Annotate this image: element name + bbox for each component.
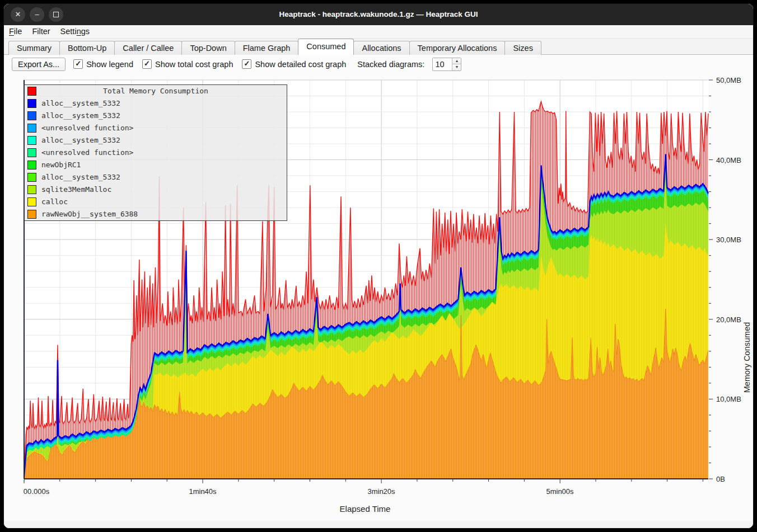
y-tick-label: 30,0MB <box>716 236 741 244</box>
legend-label: alloc__system_5332 <box>41 134 120 147</box>
tab-allocations[interactable]: Allocations <box>353 41 409 55</box>
menu-bar: FileFilterSettings <box>4 25 753 39</box>
legend-label: alloc__system_5332 <box>41 171 120 183</box>
title-bar[interactable]: ✕ – Heaptrack - heaptrack.wakunode.1.gz … <box>4 4 753 25</box>
stacked-diagrams-spinner[interactable]: 10 ▲ ▼ <box>432 58 461 71</box>
x-tick-label: 1min40s <box>189 487 216 496</box>
x-axis-title: Elapsed Time <box>340 504 391 514</box>
chart-legend: Total Memory Consumptionalloc__system_53… <box>24 84 287 221</box>
checkbox-box[interactable]: ✓ <box>73 59 83 69</box>
legend-swatch <box>27 185 36 194</box>
legend-swatch <box>27 111 36 120</box>
y-tick-label: 50,0MB <box>716 76 741 84</box>
legend-swatch <box>27 148 36 157</box>
legend-label: <unresolved function> <box>41 122 133 134</box>
legend-swatch <box>27 124 36 133</box>
legend-label: alloc__system_5332 <box>41 110 120 122</box>
window-bottom-strip <box>4 520 753 528</box>
y-axis-title: Memory Consumed <box>742 322 751 393</box>
tab-flame-graph[interactable]: Flame Graph <box>235 41 299 55</box>
legend-label: Total Memory Consumption <box>25 85 287 97</box>
menu-item-file[interactable]: File <box>4 25 27 39</box>
legend-swatch <box>27 173 36 182</box>
legend-item: rawNewObj__system_6388 <box>25 208 287 220</box>
legend-item: alloc__system_5332 <box>25 110 287 122</box>
legend-label: rawNewObj__system_6388 <box>41 208 138 220</box>
export-as-button[interactable]: Export As... <box>12 58 66 71</box>
checkbox-group: ✓Show legend✓Show total cost graph✓Show … <box>73 59 346 69</box>
memory-consumption-chart[interactable]: 0B10,0MB20,0MB30,0MB40,0MB50,0MB00.000s1… <box>4 73 754 521</box>
legend-item: newObjRC1 <box>25 159 287 171</box>
legend-label: calloc <box>41 196 68 208</box>
legend-swatch <box>27 210 36 219</box>
legend-item: alloc__system_5332 <box>25 97 287 110</box>
x-tick-label: 3min20s <box>367 487 395 496</box>
checkbox-label: Show total cost graph <box>155 60 233 69</box>
y-tick-label: 20,0MB <box>716 316 741 324</box>
x-tick-label: 5min00s <box>546 487 573 496</box>
checkbox-box[interactable]: ✓ <box>242 59 251 69</box>
spinner-arrows: ▲ ▼ <box>452 58 461 70</box>
tab-temporary-allocations[interactable]: Temporary Allocations <box>409 41 506 55</box>
legend-swatch <box>27 161 36 170</box>
checkbox-show-detailed-cost-graph[interactable]: ✓Show detailed cost graph <box>242 59 346 69</box>
tab-bar: SummaryBottom-UpCaller / CalleeTop-DownF… <box>4 39 753 55</box>
legend-title-row: Total Memory Consumption <box>25 85 287 97</box>
tab-bottom-up[interactable]: Bottom-Up <box>59 41 115 55</box>
checkbox-label: Show detailed cost graph <box>255 60 346 69</box>
spinner-up-icon[interactable]: ▲ <box>452 58 461 65</box>
tab-consumed[interactable]: Consumed <box>298 39 354 55</box>
checkbox-show-legend[interactable]: ✓Show legend <box>73 59 133 69</box>
legend-item: alloc__system_5332 <box>25 134 287 147</box>
legend-item: calloc <box>25 196 287 208</box>
app-window: ✕ – Heaptrack - heaptrack.wakunode.1.gz … <box>3 3 754 529</box>
tab-sizes[interactable]: Sizes <box>504 41 541 55</box>
legend-label: <unresolved function> <box>41 147 133 159</box>
legend-item: <unresolved function> <box>25 122 287 134</box>
window-title: Heaptrack - heaptrack.wakunode.1.gz — He… <box>4 4 753 25</box>
legend-swatch <box>27 99 36 108</box>
toolbar: Export As... ✓Show legend✓Show total cos… <box>4 55 753 73</box>
legend-label: newObjRC1 <box>41 159 81 171</box>
legend-item: <unresolved function> <box>25 147 287 159</box>
x-tick-label: 00.000s <box>24 487 49 496</box>
y-tick-label: 0B <box>716 475 725 483</box>
menu-item-filter[interactable]: Filter <box>27 25 55 39</box>
legend-swatch <box>27 136 36 145</box>
legend-label: sqlite3MemMalloc <box>41 183 111 196</box>
spinner-value[interactable]: 10 <box>433 58 452 70</box>
spinner-down-icon[interactable]: ▼ <box>452 64 461 70</box>
legend-swatch <box>27 197 36 206</box>
legend-item: alloc__system_5332 <box>25 171 287 183</box>
tab-summary[interactable]: Summary <box>8 41 60 55</box>
stacked-diagrams-label: Stacked diagrams: <box>357 60 424 69</box>
tab-caller-callee[interactable]: Caller / Callee <box>114 41 182 55</box>
checkbox-label: Show legend <box>86 60 133 69</box>
y-tick-label: 40,0MB <box>716 156 741 164</box>
y-tick-label: 10,0MB <box>716 395 741 403</box>
legend-item: sqlite3MemMalloc <box>25 183 287 196</box>
menu-item-settings[interactable]: Settings <box>55 25 95 39</box>
checkbox-show-total-cost-graph[interactable]: ✓Show total cost graph <box>142 59 233 69</box>
checkbox-box[interactable]: ✓ <box>142 59 152 69</box>
tab-top-down[interactable]: Top-Down <box>181 41 235 55</box>
legend-label: alloc__system_5332 <box>41 97 120 110</box>
